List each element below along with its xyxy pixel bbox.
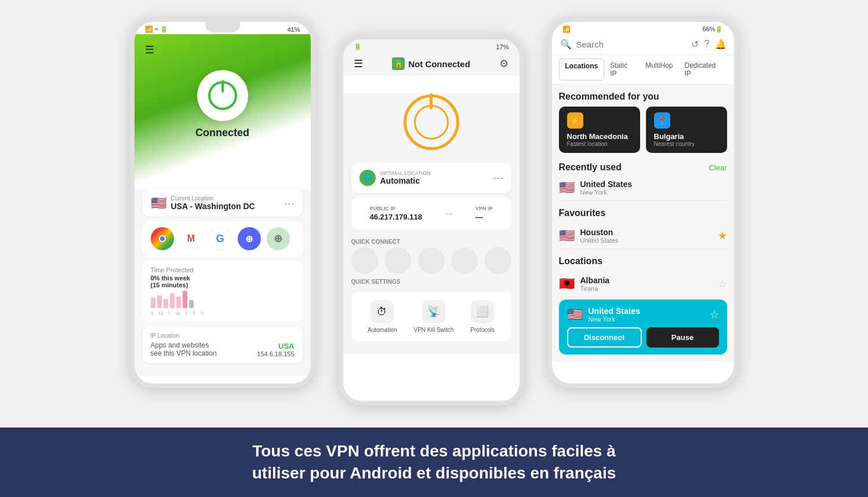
phone2-status-right: 17% — [496, 43, 509, 50]
optimal-label: OPTIMAL LOCATION — [380, 170, 431, 176]
location-albania[interactable]: 🇦🇱 Albania Tirana ☆ — [559, 271, 727, 297]
phone1-status-bar: 📶 ≈ 🔋 41% — [135, 22, 311, 34]
albania-star-icon[interactable]: ☆ — [718, 277, 727, 290]
help-icon[interactable]: ? — [704, 39, 710, 50]
qc-circle-2[interactable] — [384, 247, 411, 274]
gmail-icon[interactable]: M — [180, 227, 203, 250]
phone1-status-right: 41% — [287, 26, 300, 33]
qc-circle-1[interactable] — [351, 247, 378, 274]
google-icon[interactable]: G — [209, 227, 232, 250]
current-location-label: Current Location — [171, 195, 255, 202]
protocols-icon: ⬜ — [471, 300, 494, 323]
nearest-icon: 📍 — [654, 112, 670, 129]
qc-circle-3[interactable] — [418, 247, 445, 274]
not-connected-label: Not Connected — [408, 59, 470, 69]
rec-name-0: North Macedonia — [567, 132, 632, 141]
phone1-content: 🇺🇸 Current Location USA - Washington DC … — [135, 189, 311, 376]
phone3-search-bar: 🔍 ↺ ? 🔔 — [552, 34, 734, 55]
clear-button[interactable]: Clear — [709, 163, 727, 172]
qs-kill-switch[interactable]: 📡 VPN Kill Switch — [414, 300, 454, 333]
optimal-dots-icon[interactable]: ⋯ — [493, 171, 503, 184]
bell-icon[interactable]: 🔔 — [715, 39, 727, 50]
albania-sub: Tirana — [580, 285, 712, 292]
houston-star-icon[interactable]: ★ — [718, 229, 727, 242]
pause-button[interactable]: Pause — [647, 327, 719, 348]
vpn-ip-label: VPN IP — [475, 206, 493, 211]
qs-protocols[interactable]: ⬜ Protocols — [470, 300, 495, 333]
rec-sub-0: Fastest location — [567, 141, 632, 147]
phone1-status-left: 📶 ≈ 🔋 — [145, 25, 168, 33]
us-text: United States New York — [580, 180, 727, 196]
banner-text: United States New York — [589, 306, 640, 323]
discord-icon[interactable]: ⊕ — [238, 227, 261, 250]
rec-name-1: Bulgaria — [654, 132, 719, 141]
power-button-yellow[interactable] — [402, 93, 460, 151]
time-protected-label: Time Protected — [151, 266, 295, 273]
phone3-status-bar: 📶 66%🔋 — [552, 22, 734, 34]
search-input[interactable] — [576, 39, 687, 49]
connected-banner: 🇺🇸 United States New York ☆ Disconnect P… — [559, 299, 727, 355]
banner-name: United States — [589, 306, 640, 316]
bars-row — [151, 291, 295, 308]
phone2-content: 🌐 OPTIMAL LOCATION Automatic ⋯ PUBL — [343, 163, 520, 354]
fastest-icon: ⚡ — [567, 112, 583, 129]
banner-buttons: Disconnect Pause — [567, 327, 719, 348]
houston-name: Houston — [580, 228, 712, 237]
recommended-row: ⚡ North Macedonia Fastest location 📍 Bul… — [559, 107, 727, 153]
favourite-houston[interactable]: 🇺🇸 Houston United States ★ — [559, 223, 727, 249]
recently-used-us[interactable]: 🇺🇸 United States New York — [559, 175, 727, 201]
phone2: 🔋 17% ☰ 🔒 Not Connected ⚙ — [339, 35, 524, 405]
optimal-card[interactable]: 🌐 OPTIMAL LOCATION Automatic ⋯ — [351, 163, 511, 193]
us-name: United States — [580, 180, 727, 189]
phone2-hamburger[interactable]: ☰ — [354, 59, 363, 69]
tabs-row: Locations Static IP MultiHop Dedicated I… — [552, 55, 734, 85]
protocols-label: Protocols — [470, 327, 495, 333]
qc-circle-5[interactable] — [485, 247, 511, 274]
power-button-green[interactable] — [197, 70, 248, 121]
hamburger-icon[interactable]: ☰ — [145, 45, 154, 55]
ip-info-card: PUBLIC IP 46.217.179.118 → VPN IP — — [351, 198, 511, 229]
optimal-name: Automatic — [380, 176, 431, 185]
settings-icon[interactable]: ⚙ — [499, 57, 509, 70]
app-icons-row: M G ⊕ ⊕ — [143, 221, 303, 256]
ip-right: USA 154.6.18.155 — [257, 342, 294, 357]
ip-address: 154.6.18.155 — [257, 350, 294, 357]
tab-dedicated-ip[interactable]: Dedicated IP — [679, 59, 727, 81]
phone3-status-right: 66%🔋 — [702, 25, 723, 33]
albania-name: Albania — [580, 276, 712, 285]
rec-sub-1: Nearest country — [654, 141, 719, 147]
time-protected-card: Time Protected 0% this week(15 minutes) … — [143, 261, 303, 322]
lock-icon: 🔒 — [392, 57, 405, 70]
tab-static-ip[interactable]: Static IP — [604, 59, 640, 81]
vpn-ip-col: VPN IP — — [475, 206, 493, 221]
connected-banner-top: 🇺🇸 United States New York ☆ — [567, 306, 719, 323]
time-value: 0% this week(15 minutes) — [151, 275, 295, 288]
phone2-status-left: 🔋 — [354, 43, 362, 50]
qs-automation[interactable]: ⏱ Automation — [368, 300, 397, 333]
locations-title: Locations — [559, 249, 727, 271]
power-ring-inner — [414, 105, 449, 140]
automation-label: Automation — [368, 327, 397, 333]
quick-settings-card: ⏱ Automation 📡 VPN Kill Switch ⬜ Protoco… — [351, 292, 511, 341]
chrome-icon[interactable] — [151, 227, 174, 250]
main-container: 📶 ≈ 🔋 41% ☰ Connected 🇺🇸 — [0, 0, 868, 497]
location-details: Current Location USA - Washington DC — [171, 195, 255, 211]
kill-switch-icon: 📡 — [422, 300, 445, 323]
dots-icon[interactable]: ⋯ — [284, 197, 295, 210]
tab-locations[interactable]: Locations — [559, 59, 605, 81]
rec-north-macedonia[interactable]: ⚡ North Macedonia Fastest location — [559, 107, 640, 153]
banner-flag: 🇺🇸 — [567, 307, 583, 322]
add-app-icon[interactable]: ⊕ — [267, 227, 290, 250]
refresh-icon[interactable]: ↺ — [691, 39, 699, 50]
location-name: USA - Washington DC — [171, 202, 255, 211]
tab-multihop[interactable]: MultiHop — [640, 59, 678, 81]
qc-circle-4[interactable] — [451, 247, 478, 274]
connected-label: Connected — [195, 127, 249, 139]
banner-star-icon[interactable]: ☆ — [710, 308, 719, 321]
rec-bulgaria[interactable]: 📍 Bulgaria Nearest country — [646, 107, 727, 153]
disconnect-button[interactable]: Disconnect — [567, 327, 642, 348]
current-location-card[interactable]: 🇺🇸 Current Location USA - Washington DC … — [143, 189, 303, 217]
ip-row: Apps and websites see this VPN location … — [151, 341, 295, 357]
us-flag: 🇺🇸 — [151, 196, 166, 211]
houston-sub: United States — [580, 237, 712, 244]
